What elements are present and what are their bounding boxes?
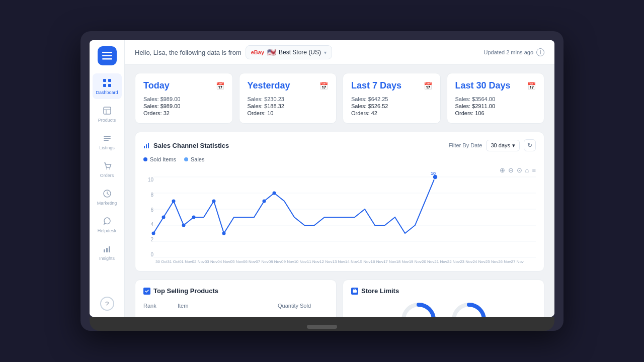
legend-sales: Sales: [184, 156, 205, 162]
chart-point: [192, 216, 196, 219]
stat-title-yesterday: Yesterday: [248, 80, 290, 91]
chart-last-label: 10: [431, 171, 436, 176]
store-name: Best Store (US): [279, 49, 321, 56]
store-limits-card: Store Limits: [343, 280, 544, 317]
svg-rect-17: [106, 248, 108, 252]
x-axis-labels: 30 Oct 31 Oct 01 Nov 02 Nov 03 Nov 04 No…: [143, 257, 536, 264]
store-selector[interactable]: eBay 🇺🇸 Best Store (US) ▾: [246, 45, 332, 59]
chart-point: [182, 224, 186, 227]
greeting-text: Hello, Lisa, the following data is from: [135, 49, 242, 56]
flag-icon: 🇺🇸: [267, 48, 276, 56]
chart-point: [273, 192, 276, 195]
helpdesk-icon: [102, 216, 113, 227]
svg-rect-16: [104, 249, 105, 252]
chart-line: [153, 177, 435, 233]
orders-icon: [102, 160, 113, 171]
calendar-icon-4: 📅: [527, 82, 536, 90]
chart-controls: Filter By Date 30 days ▾ ↻: [449, 139, 536, 151]
zoom-reset-icon[interactable]: ⊙: [517, 166, 522, 174]
svg-rect-2: [102, 58, 112, 60]
stat-title-today: Today: [143, 80, 170, 91]
y-label-2: 2: [143, 237, 153, 242]
stat-title-last30: Last 30 Days: [455, 80, 511, 91]
chart-section: Sales Channel Statistics Filter By Date …: [135, 132, 544, 272]
chart-point: [212, 200, 216, 203]
svg-point-13: [106, 168, 107, 169]
listings-icon: [102, 133, 113, 144]
refresh-button[interactable]: ↻: [524, 139, 536, 151]
svg-rect-10: [104, 136, 111, 137]
sidebar-item-orders[interactable]: Orders: [93, 156, 122, 182]
chart-toolbar: ⊕ ⊖ ⊙ ⌂ ≡: [143, 166, 536, 174]
chart-point: [152, 232, 155, 235]
donut-90-label: 90%: [462, 316, 475, 317]
today-sales: Sales: $989.00: [143, 96, 180, 102]
svg-rect-11: [104, 138, 111, 139]
table-header: Rank Item Quantity Sold: [143, 300, 328, 312]
svg-rect-4: [108, 79, 111, 82]
svg-rect-19: [144, 146, 145, 148]
home-icon[interactable]: ⌂: [525, 166, 529, 174]
ebay-logo: eBay: [251, 49, 264, 55]
bottom-row: Top Selling Products Rank Item Quantity …: [135, 280, 544, 317]
svg-rect-20: [146, 144, 147, 148]
today-sales-comp: Sales: $989.00: [143, 103, 180, 109]
menu-icon[interactable]: ≡: [532, 166, 536, 174]
filter-dropdown[interactable]: 30 days ▾: [486, 140, 520, 151]
updated-text: Updated 2 mins ago: [484, 49, 533, 55]
chart-title: Sales Channel Statistics: [143, 142, 229, 149]
chart-point: [162, 216, 166, 219]
calendar-icon-3: 📅: [424, 82, 432, 90]
table-row: 1: [143, 312, 328, 317]
sidebar-item-label: Helpdesk: [98, 228, 117, 233]
sidebar-item-helpdesk[interactable]: Helpdesk: [93, 212, 122, 237]
legend-dot-sales: [184, 157, 188, 161]
last30-sales-comp: Sales: $2911.00: [455, 103, 496, 109]
zoom-out-icon[interactable]: ⊖: [508, 166, 514, 174]
help-button[interactable]: ?: [100, 297, 114, 311]
svg-point-14: [109, 168, 110, 169]
logo-button[interactable]: [98, 46, 117, 65]
top-products-card: Top Selling Products Rank Item Quantity …: [135, 280, 337, 317]
marketing-icon: [102, 188, 113, 199]
stat-card-today: Today 📅 Sales: $989.00 Sales: $989.00 Or…: [135, 73, 233, 124]
products-icon: [102, 105, 113, 116]
chart-point: [222, 232, 226, 235]
sidebar-item-listings[interactable]: Listings: [93, 129, 122, 154]
svg-rect-1: [102, 55, 112, 57]
y-label-10: 10: [143, 177, 153, 183]
zoom-in-icon[interactable]: ⊕: [500, 166, 505, 174]
stats-row: Today 📅 Sales: $989.00 Sales: $989.00 Or…: [135, 73, 544, 124]
chevron-icon: ▾: [512, 142, 515, 149]
last7-orders: Orders: 42: [351, 110, 388, 116]
sidebar-item-insights[interactable]: Insights: [93, 239, 122, 265]
sidebar-item-products[interactable]: Products: [93, 101, 122, 127]
today-orders: Orders: 32: [143, 110, 180, 116]
sidebar-item-label: Products: [98, 118, 116, 123]
donut-63-label: 63%: [412, 316, 425, 317]
svg-rect-12: [104, 140, 109, 141]
line-chart: 10: [153, 177, 536, 257]
svg-rect-5: [103, 84, 106, 87]
content-area: Today 📅 Sales: $989.00 Sales: $989.00 Or…: [125, 65, 554, 317]
filter-label: Filter By Date: [449, 142, 482, 148]
sidebar-item-label: Dashboard: [96, 90, 118, 95]
y-label-0: 0: [143, 252, 153, 257]
calendar-icon: 📅: [216, 82, 224, 90]
sidebar-nav: Dashboard Products: [93, 73, 122, 297]
info-icon[interactable]: i: [536, 48, 544, 56]
svg-rect-21: [148, 143, 149, 148]
y-label-8: 8: [143, 192, 153, 198]
last30-orders: Orders: 106: [455, 110, 496, 116]
sidebar-item-label: Listings: [99, 145, 115, 150]
header-left: Hello, Lisa, the following data is from …: [135, 45, 332, 59]
chart-point: [263, 200, 266, 203]
sidebar-item-dashboard[interactable]: Dashboard: [93, 73, 122, 99]
header: Hello, Lisa, the following data is from …: [125, 40, 554, 65]
y-label-4: 4: [143, 222, 153, 227]
sidebar-item-marketing[interactable]: Marketing: [93, 184, 122, 210]
last7-sales-comp: Sales: $526.52: [351, 103, 388, 109]
donut-row: 63%: [351, 300, 536, 317]
sidebar-bottom: ?: [100, 297, 114, 311]
chart-point: [172, 200, 176, 203]
